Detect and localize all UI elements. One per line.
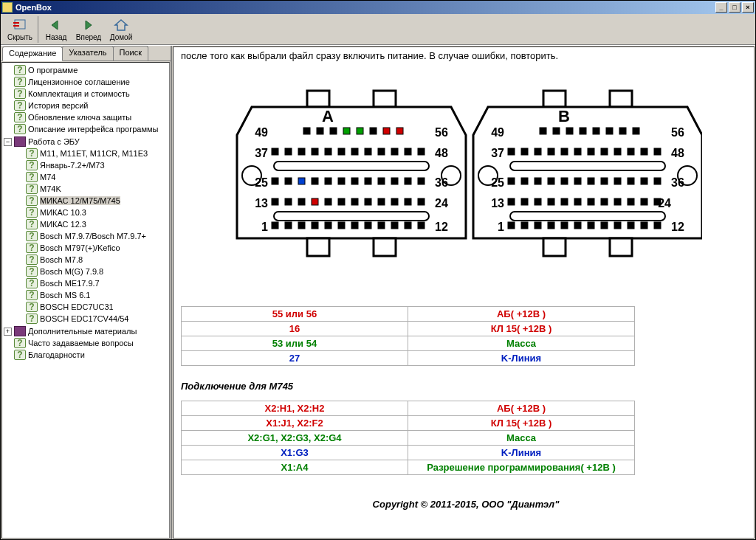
tree-item-boschms[interactable]: ?Bosch MS 6.1	[16, 289, 169, 301]
help-icon: ?	[26, 278, 38, 288]
content-pane[interactable]: после того как выбрали файл сразу включи…	[173, 46, 755, 539]
svg-rect-56	[272, 222, 278, 229]
connector-diagram: A 49 56 37 48 25 36 13 24 1	[181, 69, 751, 305]
svg-text:1: 1	[261, 221, 268, 233]
svg-rect-126	[601, 198, 608, 205]
collapse-icon[interactable]: −	[4, 138, 12, 146]
tree-item-mikas103[interactable]: ?МИКАС 10.3	[16, 207, 169, 218]
book-icon	[14, 136, 26, 147]
svg-rect-21	[285, 148, 292, 155]
tree-item-keyupdate[interactable]: ?Обновление ключа защиты	[4, 111, 169, 123]
svg-rect-117	[641, 178, 647, 184]
help-icon: ?	[14, 112, 26, 122]
tree-item-boschme[interactable]: ?Bosch ME17.9.7	[16, 277, 169, 289]
tree-item-m74[interactable]: ?M74	[16, 171, 169, 183]
tree-item-boschm78[interactable]: ?Bosch M7.8	[16, 254, 169, 266]
back-icon	[48, 18, 64, 32]
svg-rect-41	[391, 178, 398, 184]
tree-item-extra[interactable]: +Дополнительные материалы	[4, 325, 169, 337]
table-row: 27K-Линия	[182, 351, 635, 366]
svg-rect-125	[588, 198, 594, 205]
svg-rect-96	[521, 148, 528, 155]
tree-item-m11[interactable]: ?M11, M11ET, M11CR, M11E3	[16, 148, 169, 159]
tree-item-mikas12[interactable]: ?МИКАС 12/M75/M745	[16, 195, 169, 207]
svg-text:48: 48	[671, 147, 684, 159]
tree-item-edc17[interactable]: ?BOSCH EDC17CV44/54	[16, 313, 169, 325]
svg-rect-101	[588, 148, 594, 155]
svg-rect-32	[272, 178, 278, 184]
svg-rect-134	[548, 222, 554, 229]
svg-rect-35	[312, 178, 318, 184]
svg-rect-49	[338, 198, 345, 205]
svg-text:13: 13	[491, 197, 504, 210]
svg-rect-37	[338, 178, 345, 184]
close-button[interactable]: ×	[742, 2, 754, 13]
svg-rect-38	[351, 178, 358, 184]
svg-rect-135	[561, 222, 568, 229]
tree-item-about[interactable]: ?О программе	[4, 64, 169, 76]
help-icon: ?	[26, 231, 38, 241]
help-icon: ?	[26, 160, 38, 170]
svg-rect-102	[601, 148, 608, 155]
tab-search[interactable]: Поиск	[113, 46, 148, 60]
svg-rect-12	[303, 128, 310, 134]
body: Содержание Указатель Поиск ?О программе …	[1, 45, 755, 539]
svg-rect-43	[418, 178, 425, 184]
tab-index[interactable]: Указатель	[62, 46, 113, 60]
tree-item-boschmg[interactable]: ?Bosch M(G) 7.9.8	[16, 266, 169, 277]
help-icon: ?	[14, 100, 26, 111]
svg-rect-142	[654, 222, 661, 229]
tab-contents[interactable]: Содержание	[2, 46, 63, 61]
svg-rect-86	[510, 212, 665, 221]
help-icon: ?	[26, 314, 38, 324]
tree-item-faq[interactable]: ?Часто задаваемые вопросы	[4, 337, 169, 349]
tree-item-mikas123[interactable]: ?МИКАС 12.3	[16, 218, 169, 230]
tree[interactable]: ?О программе ?Лицензионное соглашение ?К…	[1, 62, 170, 539]
minimize-button[interactable]: _	[715, 2, 727, 13]
help-icon: ?	[14, 350, 26, 360]
svg-rect-127	[614, 198, 621, 205]
back-button[interactable]: Назад	[40, 15, 72, 44]
home-button[interactable]: Домой	[105, 15, 137, 44]
tree-item-ecu[interactable]: −Работа с ЭБУ ?M11, M11ET, M11CR, M11E3 …	[4, 135, 169, 325]
tree-item-interface[interactable]: ?Описание интерфейса программы	[4, 123, 169, 135]
tree-item-bosch797[interactable]: ?Bosch M7.9.7/Bosch M7.9.7+	[16, 230, 169, 242]
tree-item-edc7[interactable]: ?BOSCH EDC7UC31	[16, 301, 169, 313]
table-row: X1:J1, X2:F2КЛ 15( +12В )	[182, 416, 635, 431]
toolbar: Скрыть Назад Вперед Домой	[1, 14, 755, 45]
svg-rect-91	[593, 128, 599, 134]
svg-rect-129	[641, 198, 647, 205]
svg-rect-105	[641, 148, 647, 155]
svg-rect-25	[338, 148, 345, 155]
svg-rect-13	[317, 128, 323, 134]
tree-item-m74k[interactable]: ?M74K	[16, 183, 169, 195]
hide-button[interactable]: Скрыть	[4, 15, 36, 44]
help-icon: ?	[14, 65, 26, 75]
svg-rect-24	[325, 148, 331, 155]
tree-item-pricing[interactable]: ?Комплектация и стоимость	[4, 88, 169, 100]
svg-rect-95	[508, 148, 515, 155]
tree-item-yanvar[interactable]: ?Январь-7.2+/M73	[16, 159, 169, 171]
help-icon: ?	[26, 195, 38, 206]
table-row: 53 или 54Масса	[182, 336, 635, 351]
app-window: OpenBox _ □ × Скрыть Назад Вперед	[0, 0, 756, 540]
svg-rect-92	[606, 128, 613, 134]
svg-rect-121	[535, 198, 541, 205]
tree-item-bosch797k[interactable]: ?Bosch M797(+)/Kefico	[16, 242, 169, 254]
svg-text:25: 25	[255, 176, 268, 189]
tree-item-history[interactable]: ?История версий	[4, 100, 169, 111]
svg-rect-62	[351, 222, 358, 229]
maximize-button[interactable]: □	[729, 2, 740, 13]
svg-rect-139	[614, 222, 621, 229]
svg-text:37: 37	[491, 147, 504, 159]
svg-text:36: 36	[435, 176, 448, 189]
forward-button[interactable]: Вперед	[72, 15, 105, 44]
expand-icon[interactable]: +	[4, 328, 12, 336]
svg-rect-97	[535, 148, 541, 155]
svg-rect-58	[298, 222, 305, 229]
tree-item-thanks[interactable]: ?Благодарности	[4, 349, 169, 361]
subheader: Подключение для M745	[181, 367, 751, 399]
tree-item-license[interactable]: ?Лицензионное соглашение	[4, 76, 169, 88]
sidebar-tabs: Содержание Указатель Поиск	[1, 46, 171, 61]
svg-rect-11	[274, 212, 429, 221]
